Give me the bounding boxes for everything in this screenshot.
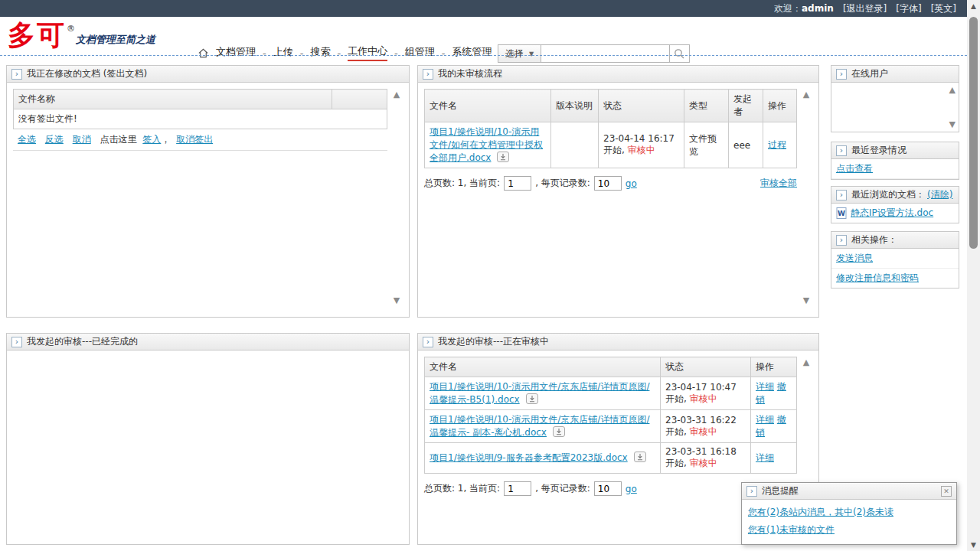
close-icon[interactable]: ✕ — [941, 486, 952, 497]
scroll-down-icon[interactable]: ▼ — [949, 120, 956, 129]
language-link[interactable]: [英文] — [931, 2, 956, 15]
pager-label: , 每页记录数: — [535, 482, 590, 495]
panel-online-header: › 在线用户 — [831, 66, 959, 83]
nav-upload[interactable]: 上传 — [273, 45, 293, 60]
file-link[interactable]: 项目1/操作说明/10-演示用文件/京东店铺/详情页原图/温馨提示-B5(1).… — [430, 381, 649, 405]
unreviewed-files-link[interactable]: 您有(1)未审核的文件 — [748, 523, 950, 536]
registered-mark: ® — [67, 24, 75, 34]
detail-link[interactable]: 详细 — [756, 381, 774, 392]
collapse-chevron-icon[interactable]: › — [423, 69, 433, 80]
panel-pending-header: › 我的未审核流程 — [418, 66, 818, 83]
download-icon[interactable] — [526, 393, 538, 406]
page-size-input[interactable] — [594, 176, 622, 191]
invert-select-link[interactable]: 反选 — [45, 134, 64, 145]
scrollbar-up-icon[interactable]: ▲ — [967, 0, 980, 12]
my-reviews-table: 文件名 状态 操作 项目1/操作说明/10-演示用文件/京东店铺/详情页原图/温… — [424, 357, 797, 474]
scrollbar-thumb[interactable] — [969, 17, 978, 249]
panel-online-users: › 在线用户 ▲ ▼ — [831, 65, 959, 132]
nav-separator: - — [263, 47, 266, 59]
chevron-down-icon: ▼ — [529, 51, 534, 57]
pager-label: 总页数: 1, 当前页: — [424, 177, 500, 190]
collapse-chevron-icon[interactable]: › — [11, 69, 22, 80]
panel-my-reviews-header: › 我发起的审核---正在审核中 — [418, 334, 818, 350]
nav-doc-management[interactable]: 文档管理 — [216, 45, 256, 60]
recent-doc-item: W 静态IP设置方法.doc — [831, 204, 959, 223]
message-popup: › 消息提醒 ✕ 您有(2)条站内消息，其中(2)条未读 您有(1)未审核的文件 — [741, 482, 957, 545]
vertical-scrollbar[interactable]: ▲ ▼ — [967, 0, 980, 551]
search-input[interactable] — [541, 44, 670, 63]
panel-title: 我发起的审核---已经完成的 — [27, 335, 138, 348]
cancel-checkout-link[interactable]: 取消签出 — [176, 134, 213, 145]
search-button[interactable] — [670, 44, 690, 63]
welcome-text: 欢迎：admin — [774, 2, 834, 15]
home-icon[interactable] — [198, 47, 209, 59]
review-all-link[interactable]: 审核全部 — [760, 177, 797, 190]
view-logins-link[interactable]: 点击查看 — [836, 163, 873, 174]
file-link[interactable]: 项目1/操作说明/9-服务器参考配置2023版.docx — [430, 452, 628, 463]
download-icon[interactable] — [497, 152, 509, 165]
panel-finished-body — [7, 350, 409, 540]
scroll-down-icon[interactable]: ▼ — [803, 296, 809, 305]
online-users-body: ▲ ▼ — [831, 83, 959, 132]
process-link[interactable]: 过程 — [768, 139, 786, 150]
pending-table: 文件名 版本说明 状态 类型 发起者 操作 项目1/操作说明/10-演示用文件/… — [424, 89, 797, 168]
file-link[interactable]: 项目1/操作说明/10-演示用文件/如何在文档管理中授权全部用户.docx — [430, 126, 543, 163]
panel-recent-docs-header: › 最近浏览的文档： (清除) — [831, 187, 959, 204]
modify-profile-link[interactable]: 修改注册信息和密码 — [836, 272, 919, 283]
scroll-up-icon[interactable]: ▲ — [949, 86, 956, 94]
download-icon[interactable] — [634, 452, 646, 465]
font-link[interactable]: [字体] — [896, 2, 921, 15]
status-badge: 审核中 — [690, 426, 717, 437]
popup-header[interactable]: › 消息提醒 ✕ — [742, 483, 956, 500]
collapse-chevron-icon[interactable]: › — [836, 235, 847, 246]
current-page-input[interactable] — [504, 176, 531, 191]
scroll-up-icon[interactable]: ▲ — [803, 90, 809, 99]
file-link[interactable]: 项目1/操作说明/10-演示用文件/京东店铺/详情页原图/温馨提示- 副本-离心… — [430, 414, 649, 438]
collapse-chevron-icon[interactable]: › — [423, 337, 433, 347]
page-size-input[interactable] — [594, 481, 622, 496]
nav-work-center[interactable]: 工作中心 — [348, 44, 387, 61]
detail-link[interactable]: 详细 — [756, 414, 774, 425]
version-cell — [551, 122, 599, 168]
scroll-down-icon[interactable]: ▼ — [394, 296, 400, 305]
op-item: 发送消息 — [831, 249, 959, 269]
collapse-chevron-icon[interactable]: › — [11, 337, 22, 347]
recent-doc-link[interactable]: 静态IP设置方法.doc — [851, 207, 933, 220]
site-messages-link[interactable]: 您有(2)条站内消息，其中(2)条未读 — [748, 506, 950, 519]
cancel-link[interactable]: 取消 — [73, 134, 91, 145]
nav-group-management[interactable]: 组管理 — [405, 45, 435, 60]
scroll-up-icon[interactable]: ▲ — [803, 358, 809, 367]
go-link[interactable]: go — [626, 484, 637, 494]
column-header-blank — [332, 90, 387, 109]
table-row: 项目1/操作说明/10-演示用文件/京东店铺/详情页原图/温馨提示- 副本-离心… — [425, 410, 797, 443]
collapse-chevron-icon[interactable]: › — [836, 145, 847, 156]
current-page-input[interactable] — [504, 481, 531, 496]
column-header: 类型 — [684, 90, 729, 122]
scrollbar-down-icon[interactable]: ▼ — [967, 539, 980, 551]
send-message-link[interactable]: 发送消息 — [836, 253, 873, 263]
panel-title: 我发起的审核---正在审核中 — [438, 335, 549, 348]
collapse-chevron-icon[interactable]: › — [836, 190, 847, 201]
brand-tagline: 文档管理至简之道 — [76, 33, 155, 47]
checkin-link[interactable]: 签入 — [142, 134, 161, 145]
comma-text: ， — [161, 134, 170, 145]
type-cell: 文件预览 — [684, 122, 729, 168]
logout-link[interactable]: [退出登录] — [843, 2, 887, 15]
search-icon — [674, 48, 685, 60]
status-badge: 审核中 — [628, 145, 655, 155]
nav-system-management[interactable]: 系统管理 — [452, 45, 492, 60]
nav-separator: - — [300, 47, 304, 59]
download-icon[interactable] — [553, 426, 565, 439]
detail-link[interactable]: 详细 — [756, 452, 774, 463]
select-all-link[interactable]: 全选 — [18, 134, 36, 145]
search-scope-select[interactable]: 选择 ▼ — [498, 44, 541, 63]
collapse-chevron-icon[interactable]: › — [836, 69, 847, 80]
column-header: 版本说明 — [551, 90, 599, 122]
clear-recent-link[interactable]: (清除) — [927, 188, 952, 201]
panel-checkout-header: › 我正在修改的文档 (签出文档) — [7, 66, 409, 83]
go-link[interactable]: go — [626, 178, 637, 189]
nav-search[interactable]: 搜索 — [310, 45, 330, 60]
scroll-up-icon[interactable]: ▲ — [394, 90, 400, 99]
collapse-chevron-icon[interactable]: › — [746, 486, 757, 497]
panel-title: 我的未审核流程 — [438, 67, 502, 80]
